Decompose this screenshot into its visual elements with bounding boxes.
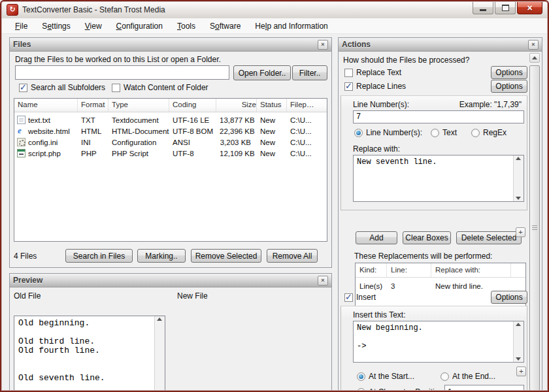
- radio-regex[interactable]: RegEx: [471, 128, 507, 137]
- open-folder-button[interactable]: Open Folder..: [233, 65, 291, 80]
- close-button[interactable]: ×: [517, 1, 542, 14]
- ini-file-icon: [17, 138, 25, 146]
- column-header-status[interactable]: Status: [257, 99, 287, 112]
- menu-software[interactable]: Software: [203, 18, 248, 34]
- radio-regex-circle[interactable]: [471, 129, 480, 137]
- filter-button[interactable]: Filter..: [292, 65, 327, 80]
- table-row[interactable]: config.ini INI Configuration ANSI 3,203 …: [14, 137, 327, 148]
- radio-at-char-position[interactable]: At Character-Position:: [357, 387, 445, 392]
- maximize-icon: [502, 5, 509, 11]
- replace-lines-checkbox[interactable]: Replace Lines: [344, 82, 406, 91]
- preview-panel: Preview × Old File New File Old beginnin…: [9, 273, 332, 392]
- menu-configuration[interactable]: Configuration: [109, 18, 170, 34]
- preview-panel-close-icon[interactable]: ×: [318, 276, 328, 286]
- preview-panel-header: Preview ×: [10, 274, 331, 287]
- marking-button[interactable]: Marking..: [137, 249, 186, 263]
- menubar: File Settings View Configuration Tools S…: [1, 18, 548, 34]
- radio-text[interactable]: Text: [431, 128, 457, 137]
- files-panel-close-icon[interactable]: ×: [318, 40, 328, 50]
- column-header-name[interactable]: Name: [14, 99, 78, 112]
- table-row[interactable]: text.txt TXT Textdocument UTF-16 LE 13,8…: [14, 114, 327, 125]
- old-file-scrollbar[interactable]: [154, 316, 165, 392]
- replacements-title: These Replacements will be performed:: [354, 252, 492, 261]
- menu-tools[interactable]: Tools: [170, 18, 203, 34]
- html-file-icon: [17, 127, 25, 135]
- column-header-size[interactable]: Size: [216, 99, 257, 112]
- text-file-icon: [17, 116, 25, 124]
- actions-scrollbar[interactable]: [529, 52, 541, 391]
- scroll-up-icon: [516, 157, 521, 160]
- add-button[interactable]: Add: [356, 231, 397, 244]
- insert-checkbox-box[interactable]: [344, 293, 353, 302]
- menu-view[interactable]: View: [78, 18, 109, 34]
- table-row[interactable]: website.html HTML HTML-Document UTF-8 BO…: [14, 125, 327, 137]
- replace-with-scrollbar[interactable]: [513, 155, 524, 201]
- minimize-button[interactable]: [473, 1, 493, 14]
- search-subfolders-checkbox-box[interactable]: [19, 84, 27, 92]
- replace-with-textarea[interactable]: New seventh line.: [353, 155, 524, 202]
- scroll-down-icon: [516, 197, 521, 200]
- remove-selected-button[interactable]: Remove Selected: [191, 249, 261, 263]
- column-header-line[interactable]: Line:: [387, 263, 431, 277]
- old-file-label: Old File: [14, 291, 41, 301]
- close-icon: ×: [527, 3, 532, 12]
- radio-line-numbers[interactable]: Line Number(s):: [354, 128, 422, 137]
- actions-scrollbar-up[interactable]: [529, 53, 540, 63]
- column-header-coding[interactable]: Coding: [169, 99, 216, 112]
- actions-panel-close-icon[interactable]: ×: [528, 40, 539, 50]
- column-header-format[interactable]: Format: [78, 99, 108, 112]
- search-in-files-button[interactable]: Search in Files: [65, 249, 133, 263]
- php-file-icon: [17, 149, 25, 157]
- insert-options-button[interactable]: Options: [491, 291, 527, 304]
- char-position-input[interactable]: [444, 385, 524, 392]
- radio-at-start[interactable]: At the Start...: [357, 372, 414, 381]
- scroll-down-icon: [516, 357, 521, 361]
- menu-help[interactable]: Help and Information: [248, 18, 335, 34]
- menu-settings[interactable]: Settings: [35, 18, 77, 34]
- menu-file[interactable]: File: [8, 18, 35, 34]
- minimize-icon: [480, 9, 486, 11]
- files-panel: Files × Drag the Files to be worked on t…: [9, 37, 332, 268]
- clear-boxes-button[interactable]: Clear Boxes: [403, 231, 451, 244]
- replace-with-label: Replace with:: [353, 144, 400, 154]
- new-file-label: New File: [177, 291, 208, 301]
- folder-path-input[interactable]: [15, 65, 229, 80]
- radio-at-end-circle[interactable]: [441, 372, 449, 381]
- scroll-up-icon: [516, 323, 521, 326]
- insert-textarea[interactable]: New beginning. ->: [353, 321, 524, 363]
- column-header-replace-with[interactable]: Replace with:: [431, 263, 511, 277]
- actions-panel: Actions × How should the Files be proces…: [338, 37, 542, 392]
- replace-lines-options-button[interactable]: Options: [491, 80, 527, 93]
- line-numbers-input[interactable]: [353, 110, 524, 123]
- radio-at-char-position-circle[interactable]: [357, 388, 365, 392]
- old-file-preview[interactable]: Old beginning. Old third line. Old fourt…: [14, 316, 165, 392]
- column-header-kind[interactable]: Kind:: [356, 263, 387, 277]
- column-header-type[interactable]: Type: [108, 99, 169, 112]
- radio-at-end[interactable]: At the End...: [441, 372, 495, 381]
- actions-scrollbar-thumb[interactable]: [529, 65, 540, 391]
- radio-line-numbers-circle[interactable]: [354, 129, 363, 137]
- maximize-button[interactable]: [495, 1, 516, 14]
- replace-text-options-button[interactable]: Options: [491, 66, 527, 79]
- file-count-label: 4 Files: [14, 252, 37, 261]
- scroll-up-icon: [532, 56, 537, 59]
- replace-lines-checkbox-box[interactable]: [344, 82, 353, 91]
- search-subfolders-checkbox[interactable]: Search all Subfolders: [19, 83, 105, 92]
- watch-content-checkbox[interactable]: Watch Content of Folder: [112, 83, 208, 92]
- radio-text-circle[interactable]: [431, 129, 439, 137]
- insert-scrollbar[interactable]: [513, 321, 524, 362]
- expand-insert-button[interactable]: +: [516, 367, 526, 376]
- process-question-label: How should the Files be processed?: [343, 56, 469, 65]
- remove-all-button[interactable]: Remove All: [267, 249, 318, 263]
- insert-checkbox[interactable]: Insert: [344, 293, 376, 302]
- replace-text-checkbox[interactable]: Replace Text: [344, 68, 401, 77]
- column-header-filepath[interactable]: Filep…: [287, 99, 319, 112]
- files-panel-title: Files: [13, 40, 31, 49]
- watch-content-checkbox-box[interactable]: [112, 84, 120, 92]
- delete-selected-button[interactable]: Delete Selected: [456, 231, 522, 244]
- table-row[interactable]: script.php PHP PHP Script UTF-8 12,109 K…: [14, 148, 327, 159]
- replace-text-checkbox-box[interactable]: [344, 69, 353, 77]
- expand-replacements-button[interactable]: +: [516, 227, 525, 237]
- radio-at-start-circle[interactable]: [357, 372, 365, 381]
- insert-text-label: Insert this Text:: [353, 310, 405, 319]
